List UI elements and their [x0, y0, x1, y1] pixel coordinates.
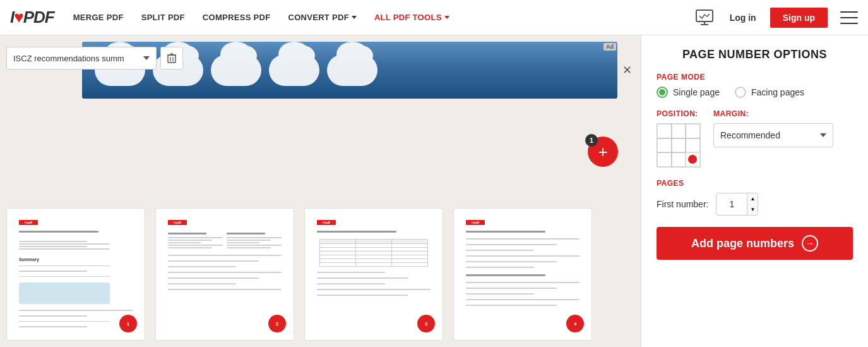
single-page-label: Single page	[673, 87, 720, 97]
single-page-dot	[659, 89, 665, 95]
header-right: Log in Sign up	[693, 6, 858, 29]
cloud-5	[327, 54, 378, 86]
facing-pages-label: Facing pages	[751, 87, 804, 97]
margin-value: Recommended	[720, 130, 780, 140]
add-plus-icon: +	[598, 143, 607, 160]
file-input-bar: ISCZ recommendations summ	[6, 47, 183, 70]
nav-merge-pdf[interactable]: MERGE PDF	[73, 13, 124, 22]
ad-badge: Ad	[603, 43, 616, 51]
cloud-4	[269, 54, 319, 86]
pages-label: PAGES	[657, 179, 853, 188]
page-mode-label: PAGE MODE	[657, 73, 853, 82]
add-button-container: 1 +	[588, 137, 618, 167]
signup-button[interactable]: Sign up	[770, 8, 828, 28]
position-margin-row: POSITION:	[657, 109, 853, 167]
first-number-label: First number:	[657, 199, 708, 209]
ad-close-button[interactable]: ✕	[622, 63, 632, 77]
margin-dropdown[interactable]: Recommended	[713, 123, 833, 147]
svg-rect-3	[168, 55, 175, 63]
nav-compress-pdf[interactable]: COMPRESS PDF	[203, 13, 271, 22]
pos-cell-bot-left[interactable]	[657, 152, 672, 167]
position-label: POSITION:	[657, 109, 701, 118]
page-badge-4: 4	[566, 315, 584, 332]
add-page-numbers-button[interactable]: Add page numbers →	[657, 227, 853, 260]
svg-rect-0	[696, 10, 713, 21]
file-select-dropdown[interactable]: ISCZ recommendations summ	[6, 47, 157, 70]
panel-title: PAGE NUMBER OPTIONS	[657, 48, 853, 61]
margin-dropdown-arrow-icon	[820, 133, 826, 137]
stepper-down-button[interactable]: ▼	[747, 204, 758, 215]
pos-cell-mid-right[interactable]	[686, 138, 700, 153]
nav-convert-pdf[interactable]: CONVERT PDF	[288, 13, 356, 22]
position-grid[interactable]	[657, 123, 701, 167]
thumbnail-2[interactable]: i♥pdf	[155, 208, 294, 341]
file-dropdown-arrow-icon	[143, 56, 150, 60]
facing-pages-option[interactable]: Facing pages	[735, 87, 804, 98]
page-badge-3: 3	[417, 315, 435, 332]
page-badge-1: 1	[119, 315, 137, 332]
convert-chevron-icon	[352, 16, 357, 19]
add-file-button[interactable]: 1 +	[588, 137, 618, 167]
pos-cell-bot-right[interactable]	[686, 152, 700, 167]
first-number-row: First number: ▲ ▼	[657, 193, 853, 216]
logo[interactable]: I♥PDF	[10, 8, 54, 27]
first-number-stepper[interactable]: ▲ ▼	[716, 193, 758, 216]
thumbnails-row: i♥pdf Summary	[6, 208, 628, 341]
login-button[interactable]: Log in	[723, 9, 763, 27]
file-delete-button[interactable]	[160, 47, 183, 70]
cloud-3	[211, 54, 261, 86]
main-layout: ISCZ recommendations summ	[0, 35, 868, 347]
nav-links: MERGE PDF SPLIT PDF COMPRESS PDF CONVERT…	[73, 13, 693, 22]
thumbnail-3[interactable]: i♥pdf	[304, 208, 443, 341]
header: I♥PDF MERGE PDF SPLIT PDF COMPRESS PDF C…	[0, 0, 868, 35]
position-section: POSITION:	[657, 109, 701, 167]
add-numbers-label: Add page numbers	[691, 237, 794, 250]
nav-split-pdf[interactable]: SPLIT PDF	[141, 13, 185, 22]
monitor-icon[interactable]	[693, 6, 716, 29]
pos-cell-mid-left[interactable]	[657, 138, 672, 153]
thumbnail-4[interactable]: i♥pdf 4	[453, 208, 592, 341]
margin-section: MARGIN: Recommended	[713, 109, 853, 147]
page-badge-2: 2	[268, 315, 286, 332]
file-name-text: ISCZ recommendations summ	[13, 54, 138, 63]
right-panel: PAGE NUMBER OPTIONS PAGE MODE Single pag…	[641, 35, 868, 347]
left-area: ISCZ recommendations summ	[0, 35, 641, 347]
pos-cell-top-left[interactable]	[657, 124, 672, 138]
single-page-option[interactable]: Single page	[657, 87, 720, 98]
first-number-input[interactable]	[716, 193, 747, 215]
all-tools-chevron-icon	[444, 16, 449, 19]
nav-all-tools[interactable]: ALL PDF TOOLS	[374, 13, 449, 22]
page-mode-radio-group: Single page Facing pages	[657, 87, 853, 98]
position-indicator	[688, 155, 697, 164]
facing-pages-radio[interactable]	[735, 87, 746, 98]
hamburger-menu[interactable]	[840, 11, 858, 24]
stepper-up-button[interactable]: ▲	[747, 193, 758, 204]
margin-label: MARGIN:	[713, 109, 853, 118]
add-button-badge: 1	[585, 134, 598, 147]
single-page-radio[interactable]	[657, 87, 668, 98]
pos-cell-bot-center[interactable]	[672, 152, 686, 167]
pos-cell-mid-center[interactable]	[672, 138, 686, 153]
page-mode-section: PAGE MODE Single page Facing pages	[657, 73, 853, 98]
thumbnail-1[interactable]: i♥pdf Summary	[6, 208, 145, 341]
stepper-arrows: ▲ ▼	[747, 193, 758, 215]
pos-cell-top-right[interactable]	[686, 124, 700, 138]
pos-cell-top-center[interactable]	[672, 124, 686, 138]
add-numbers-arrow-icon: →	[802, 235, 818, 252]
pages-section: PAGES First number: ▲ ▼	[657, 179, 853, 216]
